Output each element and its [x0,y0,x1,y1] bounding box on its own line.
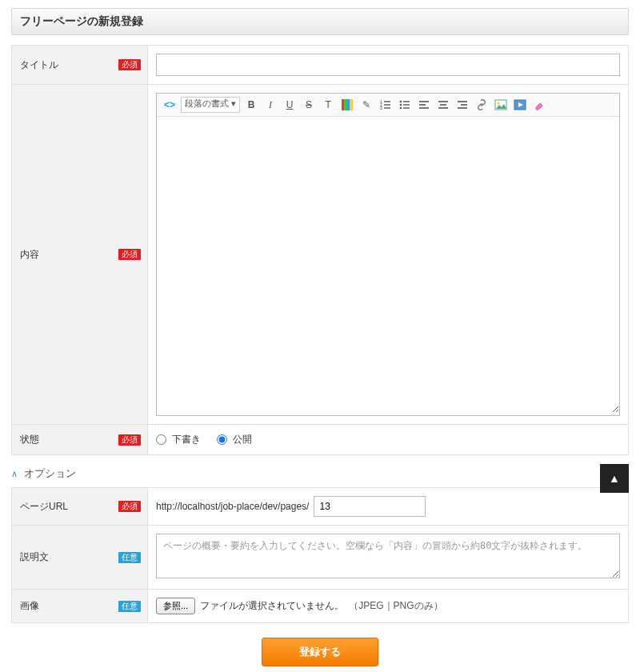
chevron-down-icon: ▾ [231,98,236,108]
align-center-icon[interactable] [435,97,451,113]
image-icon[interactable] [493,97,509,113]
main-form-table: タイトル 必須 内容 必須 <> 段落の書式 ▾ [11,45,629,455]
unordered-list-icon[interactable] [397,97,413,113]
options-section-toggle[interactable]: ∧ オプション [11,466,629,481]
file-status-text: ファイルが選択されていません。 [200,599,344,613]
content-label-cell: 内容 必須 [12,85,148,425]
svg-point-7 [400,104,402,106]
ordered-list-icon[interactable]: 123 [378,97,394,113]
description-textarea[interactable] [156,534,620,578]
caret-up-icon: ∧ [11,469,18,479]
svg-point-8 [400,107,402,110]
content-label: 内容 [20,249,39,260]
editor-toolbar: <> 段落の書式 ▾ B I U S T ✎ 123 [157,94,619,117]
code-icon[interactable]: <> [162,97,178,113]
description-label: 説明文 [20,551,49,562]
page-title-text: フリーページの新規登録 [20,14,143,27]
back-to-top-button[interactable]: ▲ [600,464,629,493]
url-input-cell: http://localhost/job-place/dev/pages/ [148,488,629,526]
options-heading: オプション [24,467,76,479]
status-radio-group: 下書き 公開 [148,425,629,455]
required-badge: 必須 [118,59,141,70]
description-label-cell: 説明文 任意 [12,526,148,590]
status-publish-option[interactable]: 公開 [217,434,252,445]
optional-badge: 任意 [118,552,141,563]
title-input-cell [148,46,629,85]
page-title: フリーページの新規登録 [11,8,629,35]
underline-icon[interactable]: U [282,97,298,113]
image-input-cell: 参照... ファイルが選択されていません。 （JPEG｜PNGのみ） [148,590,629,623]
svg-point-22 [498,102,500,105]
image-label: 画像 [20,600,39,611]
status-draft-option[interactable]: 下書き [156,434,204,445]
align-left-icon[interactable] [416,97,432,113]
paragraph-format-label: 段落の書式 [185,98,229,108]
url-prefix-text: http://localhost/job-place/dev/pages/ [156,501,309,512]
description-input-cell [148,526,629,590]
italic-icon[interactable]: I [262,97,278,113]
content-editor-cell: <> 段落の書式 ▾ B I U S T ✎ 123 [148,85,629,425]
link-icon[interactable] [474,97,490,113]
submit-button[interactable]: 登録する [262,638,378,666]
required-badge: 必須 [118,249,141,260]
url-label: ページURL [20,501,68,512]
status-label-cell: 状態 必須 [12,425,148,455]
bold-icon[interactable]: B [243,97,259,113]
edit-pencil-icon[interactable]: ✎ [358,97,374,113]
image-label-cell: 画像 任意 [12,590,148,623]
rich-text-editor: <> 段落の書式 ▾ B I U S T ✎ 123 [156,93,620,416]
svg-text:3: 3 [380,106,382,110]
submit-row: 登録する [11,638,629,666]
clear-format-icon[interactable]: T [320,97,336,113]
url-label-cell: ページURL 必須 [12,488,148,526]
browse-file-button[interactable]: 参照... [156,598,195,614]
arrow-up-icon: ▲ [609,472,620,485]
strikethrough-icon[interactable]: S [301,97,317,113]
text-color-icon[interactable] [339,97,355,113]
paragraph-format-select[interactable]: 段落の書式 ▾ [181,97,240,113]
required-badge: 必須 [118,434,141,446]
title-label: タイトル [20,59,58,70]
title-label-cell: タイトル 必須 [12,46,148,85]
status-label: 状態 [20,434,39,445]
url-slug-input[interactable] [314,496,426,517]
file-format-hint: （JPEG｜PNGのみ） [349,599,442,613]
align-right-icon[interactable] [454,97,470,113]
eraser-icon[interactable] [531,97,547,113]
svg-point-6 [400,101,402,103]
color-swatch-icon [342,99,353,110]
status-publish-label: 公開 [233,434,252,445]
title-input[interactable] [156,54,620,76]
media-icon[interactable] [512,97,528,113]
content-textarea[interactable] [157,117,619,413]
status-draft-radio[interactable] [156,434,166,445]
status-draft-label: 下書き [172,434,201,445]
options-form-table: ページURL 必須 http://localhost/job-place/dev… [11,487,629,623]
required-badge: 必須 [118,501,141,512]
optional-badge: 任意 [118,601,141,612]
status-publish-radio[interactable] [217,434,227,445]
